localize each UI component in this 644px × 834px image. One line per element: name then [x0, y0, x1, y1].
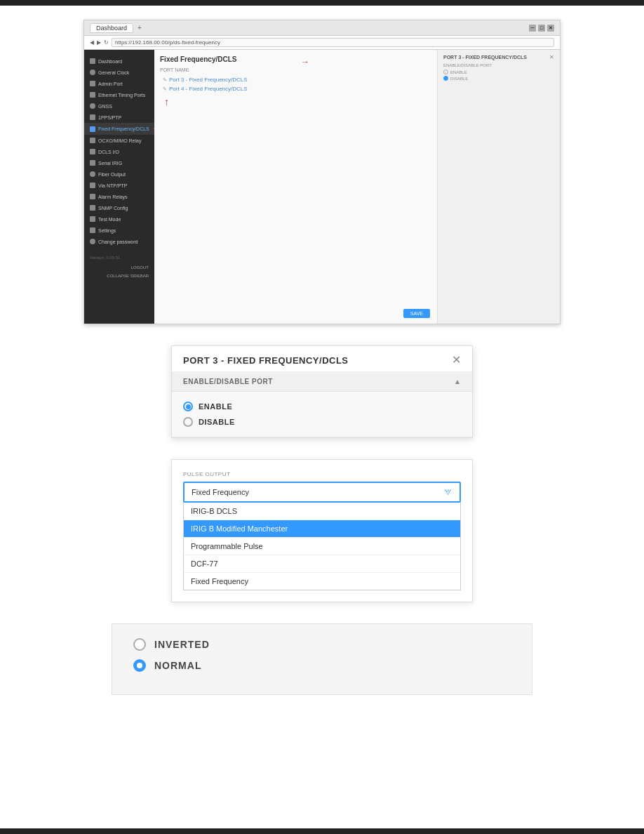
- disable-radio-label: DISABLE: [450, 77, 468, 81]
- sidebar-version: Version: 3.05.51: [84, 253, 154, 263]
- edit-icon: ✎: [163, 86, 167, 92]
- browser-forward-btn[interactable]: ▶: [97, 39, 101, 46]
- browser-refresh-btn[interactable]: ↻: [104, 39, 109, 46]
- modal-section-content: ENABLE DISABLE: [172, 392, 472, 437]
- browser-address-bar: ◀ ▶ ↻ https://192.168.00.00/p/ds-fixed-f…: [84, 36, 560, 50]
- sidebar-item-ethernet-timing[interactable]: Ethernet Timing Ports: [84, 89, 154, 100]
- sidebar-item-dcls-io[interactable]: DCLS I/O: [84, 146, 154, 157]
- inverted-radio-circle: [133, 638, 146, 651]
- browser-body: Dashboard General Clock Admin Port Ether…: [84, 50, 560, 324]
- sidebar-item-admin-port[interactable]: Admin Port: [84, 78, 154, 89]
- inverted-label: INVERTED: [154, 639, 210, 650]
- disable-radio-small[interactable]: DISABLE: [443, 76, 554, 81]
- dropdown-item-fixed-frequency[interactable]: Fixed Frequency: [184, 573, 460, 590]
- browser-url[interactable]: https://192.168.00.00/p/ds-fixed-frequen…: [112, 38, 554, 47]
- sidebar-item-label: Fixed Frequency/DCLS: [98, 126, 149, 131]
- port-list-item[interactable]: ✎ Port 4 - Fixed Frequency/DCLS: [160, 84, 431, 93]
- browser-back-btn[interactable]: ◀: [90, 39, 94, 46]
- sidebar-item-label: 1PPS/PTP: [98, 115, 121, 120]
- right-panel-close-btn[interactable]: ✕: [549, 54, 554, 60]
- sidebar-item-label: SNMP Config: [98, 206, 128, 211]
- sidebar-item-label: Via NTP/PTP: [98, 183, 128, 188]
- sidebar-item-label: Serial IRIG: [98, 161, 122, 166]
- sidebar-item-change-password[interactable]: Change password: [84, 236, 154, 247]
- sidebar-item-alarm[interactable]: Alarm Relays: [84, 191, 154, 202]
- dropdown-arrow-icon: ⩔: [444, 487, 452, 497]
- inverted-option[interactable]: INVERTED: [133, 638, 511, 651]
- sidebar-item-via-ntp[interactable]: Via NTP/PTP: [84, 180, 154, 191]
- bottom-bar: [0, 828, 644, 834]
- sidebar-item-snmp[interactable]: SNMP Config: [84, 202, 154, 213]
- sidebar-item-label: Dashboard: [98, 59, 122, 64]
- sidebar-item-label: Ethernet Timing Ports: [98, 93, 145, 98]
- sidebar-item-1pps[interactable]: 1PPS/PTP: [84, 112, 154, 123]
- sidebar-item-gnss[interactable]: GNSS: [84, 100, 154, 112]
- modal-section-header: ENABLE/DISABLE PORT ▲: [172, 372, 472, 392]
- sidebar-item-label: DCLS I/O: [98, 150, 119, 154]
- ntp-icon: [90, 183, 95, 188]
- browser-close-btn[interactable]: ✕: [547, 25, 554, 32]
- snmp-icon: [90, 205, 95, 211]
- clock-icon: [90, 70, 95, 75]
- enable-radio-dot: [443, 70, 448, 74]
- right-panel-small: PORT 3 - FIXED FREQUENCY/DCLS ✕ ENABLE/D…: [437, 50, 560, 324]
- modal-header: PORT 3 - FIXED FREQUENCY/DCLS ✕: [172, 346, 472, 372]
- dropdown-section: PULSE OUTPUT Fixed Frequency ⩔ IRIG-B DC…: [171, 459, 473, 602]
- modal-section: PORT 3 - FIXED FREQUENCY/DCLS ✕ ENABLE/D…: [171, 345, 473, 438]
- port-item-label: Port 4 - Fixed Frequency/DCLS: [169, 86, 248, 92]
- freq-icon: [90, 126, 95, 132]
- section-label-small: ENABLE/DISABLE PORT: [443, 63, 554, 67]
- enable-radio-label: ENABLE: [199, 402, 232, 411]
- normal-option[interactable]: NORMAL: [133, 659, 511, 672]
- serial-icon: [90, 160, 95, 166]
- gnss-icon: [90, 103, 95, 109]
- ethernet-icon: [90, 92, 95, 98]
- sidebar-logout[interactable]: LOGOUT: [84, 263, 154, 272]
- dropdown-selected-text: Fixed Frequency: [192, 488, 249, 496]
- browser-title-bar: Dashboard + ─ □ ✕: [84, 20, 560, 36]
- disable-option[interactable]: DISABLE: [183, 417, 461, 427]
- sidebar-item-fiber[interactable]: Fiber Output: [84, 168, 154, 180]
- ocxo-icon: [90, 138, 95, 143]
- pps-icon: [90, 114, 95, 120]
- dropdown-selected[interactable]: Fixed Frequency ⩔: [183, 482, 461, 503]
- page-content: Dashboard + ─ □ ✕ ◀ ▶ ↻ https://192.168.…: [0, 6, 644, 709]
- disable-radio-dot: [443, 76, 448, 81]
- enable-radio-small[interactable]: ENABLE: [443, 70, 554, 74]
- browser-tab-add[interactable]: +: [137, 24, 142, 32]
- dropdown-item-programmable-pulse[interactable]: Programmable Pulse: [184, 538, 460, 555]
- enable-radio-label: ENABLE: [450, 70, 467, 74]
- password-icon: [90, 239, 95, 244]
- port-list-item[interactable]: ✎ Port 3 - Fixed Frequency/DCLS: [160, 75, 431, 84]
- dcls-icon: [90, 149, 95, 154]
- disable-radio-label: DISABLE: [199, 418, 235, 426]
- sidebar-item-fixed-freq[interactable]: Fixed Frequency/DCLS ←: [84, 123, 154, 135]
- chevron-up-icon[interactable]: ▲: [454, 378, 461, 385]
- modal-close-btn[interactable]: ✕: [452, 355, 461, 366]
- browser-tab[interactable]: Dashboard: [90, 23, 133, 33]
- sidebar-item-label: General Clock: [98, 70, 129, 75]
- sidebar-item-dashboard[interactable]: Dashboard: [84, 55, 154, 67]
- dropdown-item-irig-b-dcls[interactable]: IRIG-B DCLS: [184, 503, 460, 520]
- browser-minimize-btn[interactable]: ─: [529, 25, 536, 32]
- sidebar-item-settings[interactable]: Settings: [84, 225, 154, 236]
- dropdown-list: IRIG-B DCLS IRIG B Modified Manchester P…: [183, 503, 461, 590]
- modal-title: PORT 3 - FIXED FREQUENCY/DCLS: [183, 355, 349, 366]
- browser-maximize-btn[interactable]: □: [538, 25, 545, 32]
- settings-icon: [90, 227, 95, 233]
- port-list: ✎ Port 3 - Fixed Frequency/DCLS ✎ Port 4…: [160, 75, 431, 93]
- dropdown-item-dcf77[interactable]: DCF-77: [184, 555, 460, 573]
- right-panel-header-small: PORT 3 - FIXED FREQUENCY/DCLS ✕: [443, 54, 554, 60]
- sidebar-item-ocxo[interactable]: OCXO/MIMO Relay: [84, 135, 154, 146]
- sidebar-item-serial-irig[interactable]: Serial IRIG: [84, 157, 154, 168]
- right-arrow-indicator: →: [301, 57, 309, 67]
- sidebar-item-general-clock[interactable]: General Clock: [84, 67, 154, 78]
- save-button-small[interactable]: SAVE: [403, 309, 430, 318]
- disable-radio-circle: [183, 417, 193, 427]
- normal-label: NORMAL: [154, 660, 201, 671]
- enable-option[interactable]: ENABLE: [183, 402, 461, 411]
- dropdown-item-irig-b-modified[interactable]: IRIG B Modified Manchester: [184, 520, 460, 538]
- modal-section-title: ENABLE/DISABLE PORT: [183, 378, 273, 385]
- sidebar-item-test-mode[interactable]: Test Mode: [84, 213, 154, 225]
- sidebar-collapse[interactable]: COLLAPSE SIDEBAR: [84, 272, 154, 279]
